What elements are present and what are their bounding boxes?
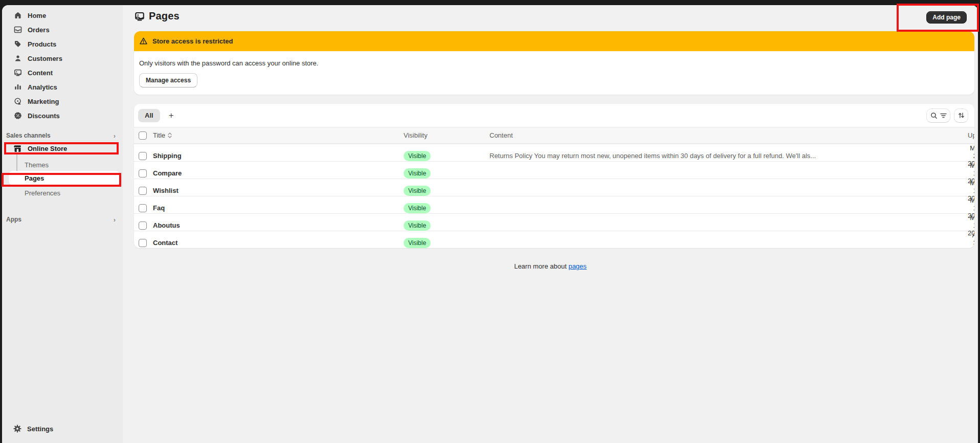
row-cell-checkbox xyxy=(134,187,153,195)
table-row[interactable]: Wishlist Visible May 17, 2022 xyxy=(134,179,974,196)
sales-channels-label: Sales channels xyxy=(6,132,51,139)
sidebar-item-analytics[interactable]: Analytics xyxy=(2,80,123,94)
add-page-button[interactable]: Add page xyxy=(926,11,967,24)
filter-icon xyxy=(940,113,947,119)
visibility-badge: Visible xyxy=(404,220,431,231)
row-title[interactable]: Shipping xyxy=(153,152,404,160)
table-row[interactable]: Compare Visible May 17, 2022 xyxy=(134,161,974,179)
row-checkbox[interactable] xyxy=(139,221,147,230)
marketing-icon xyxy=(13,97,22,106)
analytics-icon xyxy=(13,83,22,92)
orders-icon xyxy=(13,26,22,34)
gear-icon xyxy=(13,425,21,433)
app-frame: Home Orders Products Customers xyxy=(2,5,978,443)
sidebar-item-label: Home xyxy=(28,12,46,19)
learn-more-footer: Learn more about pages xyxy=(123,262,978,270)
sidebar-item-preferences[interactable]: Preferences xyxy=(2,186,123,200)
row-title[interactable]: Faq xyxy=(153,204,404,212)
sidebar-item-home[interactable]: Home xyxy=(2,8,123,23)
learn-more-text: Learn more about xyxy=(514,262,567,270)
select-all-checkbox[interactable] xyxy=(139,131,147,140)
row-cell-visibility: Visible xyxy=(404,151,489,161)
banner-body: Only visitors with the password can acce… xyxy=(134,51,974,95)
row-title[interactable]: Aboutus xyxy=(153,221,404,229)
sidebar-item-content[interactable]: Content xyxy=(2,65,123,80)
row-cell-checkbox xyxy=(134,204,153,212)
manage-access-button[interactable]: Manage access xyxy=(139,73,197,87)
row-title[interactable]: Contact xyxy=(153,239,404,247)
sort-button[interactable] xyxy=(954,108,968,123)
column-sort-icon xyxy=(168,132,172,138)
row-cell-visibility: Visible xyxy=(404,168,489,179)
header-cell-title[interactable]: Title xyxy=(153,131,404,139)
sidebar-item-products[interactable]: Products xyxy=(2,37,123,51)
table-body: Shipping Visible Returns Policy You may … xyxy=(134,144,974,248)
row-checkbox[interactable] xyxy=(139,169,147,178)
chevron-right-icon: › xyxy=(114,216,116,223)
column-label-title: Title xyxy=(153,131,165,139)
table-row[interactable]: Shipping Visible Returns Policy You may … xyxy=(134,144,974,161)
header-cell-content: Content xyxy=(489,131,968,139)
search-and-filter-button[interactable] xyxy=(926,108,950,123)
header-cell-visibility: Visibility xyxy=(404,131,489,139)
sidebar-item-orders[interactable]: Orders xyxy=(2,23,123,37)
pages-icon xyxy=(135,11,145,21)
table-row[interactable]: Contact Visible Apr 30, 2022 xyxy=(134,231,974,248)
table-row[interactable]: Faq Visible May 16, 2022 xyxy=(134,196,974,213)
page-title: Pages xyxy=(149,10,180,22)
home-icon xyxy=(13,11,22,20)
sidebar-item-themes[interactable]: Themes xyxy=(2,158,123,172)
row-checkbox[interactable] xyxy=(139,152,147,160)
row-checkbox[interactable] xyxy=(139,187,147,195)
tab-all[interactable]: All xyxy=(138,109,160,122)
sidebar-item-label: Discounts xyxy=(28,112,60,120)
sidebar-item-marketing[interactable]: Marketing xyxy=(2,94,123,108)
sidebar-item-label: Customers xyxy=(28,55,62,62)
sidebar-item-online-store[interactable]: Online Store xyxy=(2,141,123,156)
add-view-button[interactable]: + xyxy=(164,109,179,122)
pages-label: Pages xyxy=(25,174,44,182)
sidebar-item-label: Content xyxy=(28,69,53,77)
preferences-label: Preferences xyxy=(25,189,60,197)
row-cell-checkbox xyxy=(134,152,153,160)
row-cell-checkbox xyxy=(134,221,153,230)
header-cell-checkbox xyxy=(134,131,153,140)
row-checkbox[interactable] xyxy=(139,204,147,212)
table-toolbar: All + xyxy=(134,104,974,127)
visibility-badge: Visible xyxy=(404,151,431,161)
row-title[interactable]: Compare xyxy=(153,169,404,177)
discounts-icon xyxy=(13,112,22,120)
search-icon xyxy=(930,112,938,119)
sidebar-item-label: Analytics xyxy=(28,83,57,91)
sidebar-item-label: Marketing xyxy=(28,98,59,105)
row-cell-checkbox xyxy=(134,169,153,178)
row-checkbox[interactable] xyxy=(139,239,147,247)
sidebar: Home Orders Products Customers xyxy=(2,5,123,443)
learn-more-link[interactable]: pages xyxy=(568,262,586,270)
visibility-badge: Visible xyxy=(404,203,431,213)
apps-header[interactable]: Apps › xyxy=(2,214,123,225)
visibility-badge: Visible xyxy=(404,186,431,196)
pages-table-card: All + xyxy=(134,104,974,248)
row-content: Returns Policy You may return most new, … xyxy=(489,152,968,160)
sidebar-item-settings[interactable]: Settings xyxy=(2,422,123,436)
banner-title: Store access is restricted xyxy=(152,37,233,45)
main-nav: Home Orders Products Customers xyxy=(2,5,123,123)
sales-channels-header[interactable]: Sales channels › xyxy=(2,130,123,141)
visibility-badge: Visible xyxy=(404,168,431,179)
sidebar-item-customers[interactable]: Customers xyxy=(2,51,123,65)
sidebar-item-pages[interactable]: Pages xyxy=(9,171,120,185)
chevron-right-icon: › xyxy=(114,132,116,139)
header-cell-updated: Updated xyxy=(968,131,974,139)
content-icon xyxy=(13,69,22,77)
row-cell-visibility: Visible xyxy=(404,238,489,248)
warning-triangle-icon xyxy=(139,37,148,46)
visibility-badge: Visible xyxy=(404,238,431,248)
table-row[interactable]: Aboutus Visible May 16, 2022 xyxy=(134,213,974,231)
table-header-row: Title Visibility Content Updated xyxy=(134,127,974,144)
row-title[interactable]: Wishlist xyxy=(153,187,404,194)
row-cell-visibility: Visible xyxy=(404,186,489,196)
sidebar-item-discounts[interactable]: Discounts xyxy=(2,108,123,123)
row-updated: Apr 30, 2022 xyxy=(968,231,974,248)
sort-arrows-icon xyxy=(958,112,965,119)
